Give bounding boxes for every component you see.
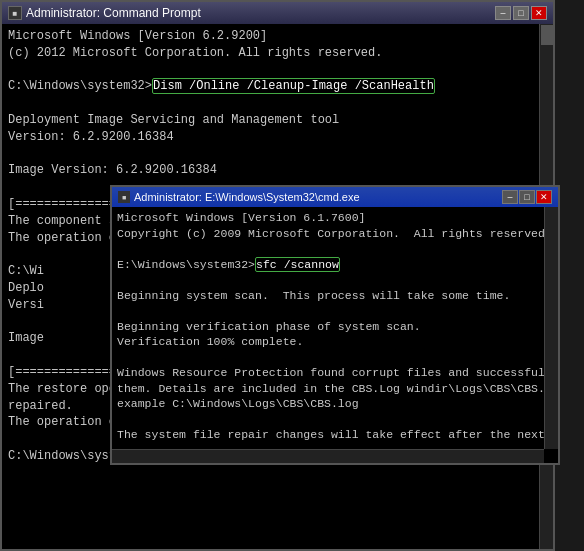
inner-window-icon: ■ [118, 191, 130, 203]
inner-h-scrollbar[interactable] [112, 449, 544, 463]
sfc-command-highlight: sfc /scannow [255, 257, 340, 272]
inner-maximize-button[interactable]: □ [519, 190, 535, 204]
main-title-text: Administrator: Command Prompt [26, 6, 201, 20]
line-deployment: Deployment Image Servicing and Managemen… [8, 113, 339, 127]
inner-prompt: E:\Windows\system32> [117, 258, 255, 271]
line-version1: Version: 6.2.9200.16384 [8, 130, 174, 144]
inner-line-wrp3: example C:\Windows\Logs\CBS\CBS.log [117, 397, 359, 410]
inner-line-copyright: Copyright (c) 2009 Microsoft Corporation… [117, 227, 552, 240]
line-cwi: C:\Wi [8, 264, 44, 278]
line-ms-version: Microsoft Windows [Version 6.2.9200] [8, 29, 267, 43]
main-scrollbar-thumb[interactable] [541, 25, 553, 45]
line-copyright: (c) 2012 Microsoft Corporation. All righ… [8, 46, 382, 60]
inner-console-content: Microsoft Windows [Version 6.1.7600] Cop… [112, 207, 558, 463]
maximize-button[interactable]: □ [513, 6, 529, 20]
inner-line-beginning: Beginning system scan. This process will… [117, 289, 510, 302]
inner-window: ■ Administrator: E:\Windows\System32\cmd… [110, 185, 560, 465]
close-button[interactable]: ✕ [531, 6, 547, 20]
line-repaired: repaired. [8, 399, 73, 413]
inner-line-verify-phase: Beginning verification phase of system s… [117, 320, 421, 333]
line-deplo: Deplo [8, 281, 44, 295]
title-bar-left: ■ Administrator: Command Prompt [8, 6, 201, 20]
inner-line-wrp1: Windows Resource Protection found corrup… [117, 366, 558, 379]
title-controls: – □ ✕ [495, 6, 547, 20]
inner-console-text: Microsoft Windows [Version 6.1.7600] Cop… [117, 210, 553, 463]
dism-command-highlight: Dism /Online /Cleanup-Image /ScanHealth [152, 78, 435, 94]
inner-line-reboot: The system file repair changes will take… [117, 428, 558, 441]
inner-controls: – □ ✕ [502, 190, 552, 204]
inner-minimize-button[interactable]: – [502, 190, 518, 204]
inner-v-scrollbar[interactable] [544, 207, 558, 449]
inner-line-wrp2: them. Details are included in the CBS.Lo… [117, 382, 558, 395]
main-title-bar: ■ Administrator: Command Prompt – □ ✕ [2, 2, 553, 24]
inner-close-button[interactable]: ✕ [536, 190, 552, 204]
main-window-icon: ■ [8, 6, 22, 20]
line-versi: Versi [8, 298, 44, 312]
inner-line-ms: Microsoft Windows [Version 6.1.7600] [117, 211, 365, 224]
inner-title-text: Administrator: E:\Windows\System32\cmd.e… [134, 191, 360, 203]
line-image-version: Image Version: 6.2.9200.16384 [8, 163, 217, 177]
inner-title-left: ■ Administrator: E:\Windows\System32\cmd… [118, 191, 360, 203]
inner-title-bar: ■ Administrator: E:\Windows\System32\cmd… [112, 187, 558, 207]
line-prompt1: C:\Windows\system32> [8, 79, 152, 93]
line-image2: Image [8, 331, 44, 345]
inner-line-verify-complete: Verification 100% complete. [117, 335, 303, 348]
minimize-button[interactable]: – [495, 6, 511, 20]
